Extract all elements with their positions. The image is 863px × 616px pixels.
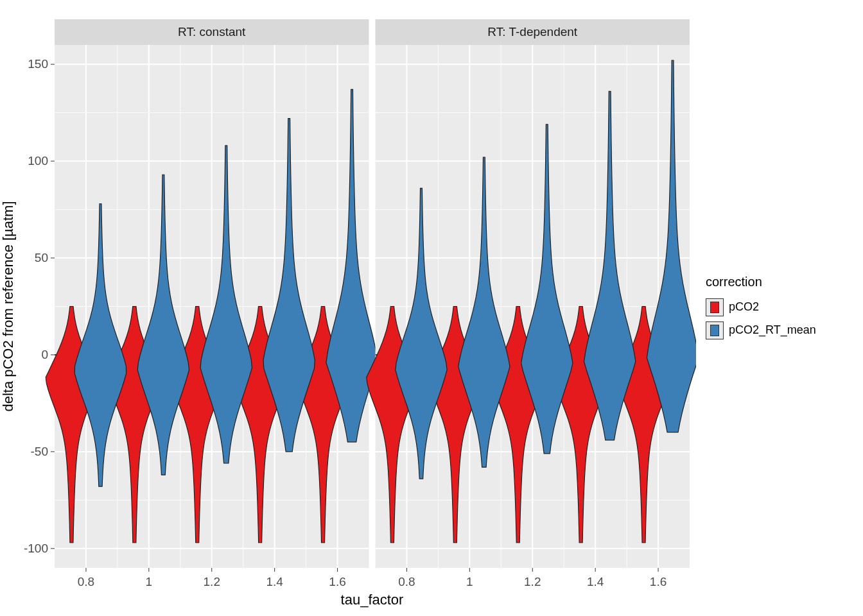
legend-item-pco2-rt-mean: pCO2_RT_mean <box>706 321 863 339</box>
svg-text:150: 150 <box>28 57 48 71</box>
legend: correction pCO2 pCO2_RT_mean <box>696 0 863 616</box>
legend-label: pCO2_RT_mean <box>729 323 816 337</box>
svg-text:-100: -100 <box>24 542 48 555</box>
svg-text:1.4: 1.4 <box>266 575 283 588</box>
svg-text:RT: T-dependent: RT: T-dependent <box>487 25 578 38</box>
svg-text:50: 50 <box>35 251 48 264</box>
legend-swatch-icon <box>706 298 724 316</box>
svg-text:100: 100 <box>28 154 48 167</box>
svg-text:-50: -50 <box>31 445 48 458</box>
svg-text:1.6: 1.6 <box>329 575 345 588</box>
violin-chart: delta pCO2 from reference [µatm]tau_fact… <box>0 0 696 616</box>
svg-text:1.2: 1.2 <box>204 575 220 588</box>
svg-text:RT: constant: RT: constant <box>178 25 246 38</box>
legend-item-pco2: pCO2 <box>706 298 863 316</box>
svg-text:tau_factor: tau_factor <box>341 592 404 608</box>
svg-text:1.2: 1.2 <box>524 575 541 588</box>
legend-title: correction <box>706 275 863 289</box>
svg-text:0: 0 <box>41 348 48 361</box>
svg-text:0.8: 0.8 <box>398 575 415 588</box>
svg-text:delta pCO2 from reference [µat: delta pCO2 from reference [µatm] <box>0 201 16 411</box>
svg-text:1: 1 <box>466 575 473 588</box>
svg-text:1.4: 1.4 <box>587 575 604 588</box>
svg-text:0.8: 0.8 <box>78 575 94 588</box>
svg-text:1.6: 1.6 <box>650 575 667 588</box>
svg-text:1: 1 <box>146 575 153 588</box>
legend-label: pCO2 <box>729 300 759 314</box>
legend-swatch-icon <box>706 321 724 339</box>
